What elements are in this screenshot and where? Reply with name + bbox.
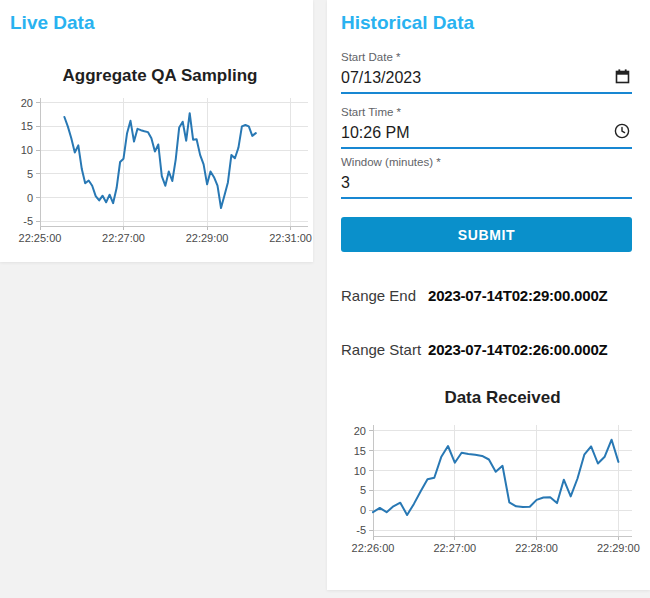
svg-text:22:28:00: 22:28:00 xyxy=(515,542,558,554)
historical-data-panel: Historical Data Start Date * Start Time … xyxy=(327,0,650,590)
window-minutes-input[interactable] xyxy=(341,174,601,192)
range-end-row: Range End 2023-07-14T02:29:00.000Z xyxy=(341,287,608,304)
svg-text:15: 15 xyxy=(354,445,366,457)
start-time-input[interactable] xyxy=(341,124,601,142)
svg-text:5: 5 xyxy=(27,168,33,180)
svg-text:10: 10 xyxy=(354,465,366,477)
range-start-label: Range Start xyxy=(341,341,428,358)
live-data-section-title: Live Data xyxy=(10,12,94,34)
start-time-label: Start Time * xyxy=(341,105,632,119)
svg-text:-5: -5 xyxy=(356,524,366,536)
svg-text:22:27:00: 22:27:00 xyxy=(433,542,476,554)
svg-text:10: 10 xyxy=(21,144,33,156)
clock-icon[interactable] xyxy=(614,123,630,139)
window-minutes-field: Window (minutes) * xyxy=(341,155,632,199)
start-time-field: Start Time * xyxy=(341,105,632,149)
start-date-field: Start Date * xyxy=(341,50,632,94)
svg-text:22:31:00: 22:31:00 xyxy=(269,232,312,244)
svg-text:5: 5 xyxy=(360,484,366,496)
submit-button[interactable]: SUBMIT xyxy=(341,217,632,252)
aggregate-qa-sampling-chart: -50510152022:25:0022:27:0022:29:0022:31:… xyxy=(0,88,313,250)
svg-text:-5: -5 xyxy=(23,215,33,227)
svg-text:22:26:00: 22:26:00 xyxy=(352,542,395,554)
svg-text:22:29:00: 22:29:00 xyxy=(597,542,640,554)
live-data-panel: Live Data Aggregate QA Sampling -5051015… xyxy=(0,0,313,262)
svg-text:22:29:00: 22:29:00 xyxy=(186,232,229,244)
range-start-row: Range Start 2023-07-14T02:26:00.000Z xyxy=(341,341,608,358)
svg-text:20: 20 xyxy=(354,425,366,437)
range-end-label: Range End xyxy=(341,287,428,304)
data-received-chart-title: Data Received xyxy=(373,388,632,408)
historical-data-section-title: Historical Data xyxy=(341,12,474,34)
window-minutes-label: Window (minutes) * xyxy=(341,155,632,169)
svg-text:22:27:00: 22:27:00 xyxy=(102,232,145,244)
svg-text:20: 20 xyxy=(21,97,33,109)
start-date-input[interactable] xyxy=(341,69,601,87)
data-received-chart: -50510152022:26:0022:27:0022:28:0022:29:… xyxy=(327,415,650,573)
svg-text:22:25:00: 22:25:00 xyxy=(19,232,62,244)
live-chart-title: Aggregate QA Sampling xyxy=(0,66,320,86)
range-end-value: 2023-07-14T02:29:00.000Z xyxy=(428,287,608,304)
svg-text:15: 15 xyxy=(21,120,33,132)
svg-text:0: 0 xyxy=(360,504,366,516)
svg-text:0: 0 xyxy=(27,192,33,204)
range-start-value: 2023-07-14T02:26:00.000Z xyxy=(428,341,608,358)
calendar-icon[interactable] xyxy=(615,69,630,84)
start-date-label: Start Date * xyxy=(341,50,632,64)
